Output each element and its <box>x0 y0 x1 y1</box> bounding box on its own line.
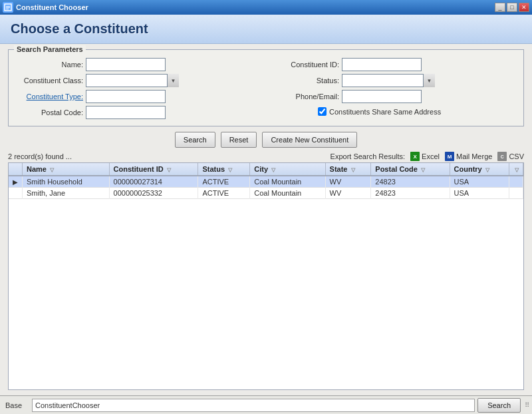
th-city[interactable]: City ▽ <box>250 163 325 176</box>
th-constituent-id-filter-icon: ▽ <box>167 167 171 173</box>
th-status[interactable]: Status ▽ <box>198 163 250 176</box>
constituent-id-label: Constituent ID: <box>273 61 339 69</box>
constituent-class-row: Constituent Class: ▼ <box>17 74 259 87</box>
th-country-filter-icon: ▽ <box>485 167 489 173</box>
row-country: USA <box>450 176 509 188</box>
maximize-button[interactable]: □ <box>507 3 517 12</box>
page-title: Choose a Constituent <box>11 21 521 37</box>
constituent-type-row: Constituent Type: <box>17 90 259 103</box>
th-constituent-id-label: Constituent ID <box>114 165 164 173</box>
constituent-type-input[interactable] <box>86 90 166 103</box>
search-params-legend: Search Parameters <box>14 45 86 53</box>
status-search-button[interactable]: Search <box>477 398 521 413</box>
th-city-label: City <box>254 165 268 173</box>
status-select[interactable] <box>342 74 435 87</box>
row-arrow <box>9 188 23 199</box>
svg-rect-1 <box>6 6 10 7</box>
search-form-grid: Name: Constituent Class: ▼ Constituent T… <box>17 58 515 119</box>
table-row[interactable]: Smith, Jane 000000025332 ACTIVE Coal Mou… <box>9 188 523 199</box>
table-body: ▶ Smith Household 000000027314 ACTIVE Co… <box>9 176 523 199</box>
postal-code-input[interactable] <box>86 106 166 119</box>
phone-email-label: Phone/Email: <box>273 93 339 101</box>
form-left-col: Name: Constituent Class: ▼ Constituent T… <box>17 58 259 119</box>
row-extra <box>509 176 523 188</box>
name-input[interactable] <box>86 58 166 71</box>
th-country[interactable]: Country ▽ <box>450 163 509 176</box>
row-state: WV <box>325 176 371 188</box>
name-label: Name: <box>17 61 83 69</box>
phone-email-input[interactable] <box>342 90 422 103</box>
export-mail-merge-button[interactable]: M Mail Merge <box>445 152 492 161</box>
th-extra-filter-icon: ▽ <box>515 167 519 173</box>
results-count: 2 record(s) found ... <box>8 152 72 160</box>
window-controls: _ □ ✕ <box>495 3 529 12</box>
results-table: Name ▽ Constituent ID ▽ Status ▽ City <box>9 163 523 199</box>
title-bar: Constituent Chooser _ □ ✕ <box>0 0 532 15</box>
form-right-col: Constituent ID: Status: ▼ Phone/Email: <box>273 58 515 119</box>
row-country: USA <box>450 188 509 199</box>
th-state[interactable]: State ▽ <box>325 163 371 176</box>
minimize-button[interactable]: _ <box>495 3 505 12</box>
status-row: Status: ▼ <box>273 74 515 87</box>
row-status: ACTIVE <box>198 188 250 199</box>
svg-rect-3 <box>6 9 9 9</box>
th-constituent-id[interactable]: Constituent ID ▽ <box>109 163 198 176</box>
close-button[interactable]: ✕ <box>519 3 529 12</box>
th-extra-filter[interactable]: ▽ <box>509 163 523 176</box>
row-postal-code: 24823 <box>371 176 450 188</box>
csv-icon: C <box>497 152 507 161</box>
constituent-id-row: Constituent ID: <box>273 58 515 71</box>
svg-rect-2 <box>6 7 10 8</box>
create-new-constituent-button[interactable]: Create New Constituent <box>262 132 357 148</box>
table-header: Name ▽ Constituent ID ▽ Status ▽ City <box>9 163 523 176</box>
row-state: WV <box>325 188 371 199</box>
th-state-label: State <box>330 165 348 173</box>
share-address-row: Constituents Share Same Address <box>318 107 515 116</box>
th-name-label: Name <box>27 165 47 173</box>
share-address-label: Constituents Share Same Address <box>329 108 441 116</box>
status-path-text: ConstituentChooser <box>35 401 100 409</box>
status-select-wrap: ▼ <box>342 74 435 87</box>
constituent-id-input[interactable] <box>342 58 422 71</box>
window-header: Choose a Constituent <box>0 15 532 44</box>
postal-code-label: Postal Code: <box>17 108 83 116</box>
status-base-label: Base <box>3 401 29 409</box>
table-header-row: Name ▽ Constituent ID ▽ Status ▽ City <box>9 163 523 176</box>
row-constituent-id: 000000027314 <box>109 176 198 188</box>
th-name[interactable]: Name ▽ <box>23 163 110 176</box>
search-parameters-group: Search Parameters Name: Constituent Clas… <box>8 49 524 126</box>
th-state-filter-icon: ▽ <box>351 167 355 173</box>
row-extra <box>509 188 523 199</box>
export-csv-button[interactable]: C CSV <box>497 152 524 161</box>
name-row: Name: <box>17 58 259 71</box>
row-postal-code: 24823 <box>371 188 450 199</box>
window-content: Choose a Constituent Search Parameters N… <box>0 15 532 414</box>
share-address-checkbox[interactable] <box>318 107 327 116</box>
row-name: Smith Household <box>23 176 110 188</box>
th-status-filter-icon: ▽ <box>228 167 232 173</box>
constituent-type-label[interactable]: Constituent Type: <box>17 93 83 101</box>
constituent-class-select[interactable] <box>86 74 179 87</box>
excel-icon: X <box>410 152 420 161</box>
th-arrow[interactable] <box>9 163 23 176</box>
results-table-wrap: Name ▽ Constituent ID ▽ Status ▽ City <box>8 162 524 390</box>
row-city: Coal Mountain <box>250 188 325 199</box>
table-row[interactable]: ▶ Smith Household 000000027314 ACTIVE Co… <box>9 176 523 188</box>
phone-email-row: Phone/Email: <box>273 90 515 103</box>
row-constituent-id: 000000025332 <box>109 188 198 199</box>
status-path: ConstituentChooser <box>32 399 475 412</box>
reset-button[interactable]: Reset <box>221 132 257 148</box>
export-excel-button[interactable]: X Excel <box>410 152 440 161</box>
row-status: ACTIVE <box>198 176 250 188</box>
row-name: Smith, Jane <box>23 188 110 199</box>
status-bar: Base ConstituentChooser Search ⠿ <box>0 395 532 414</box>
export-label: Export Search Results: <box>331 152 406 160</box>
status-grip: ⠿ <box>523 401 529 409</box>
th-name-filter-icon: ▽ <box>50 167 54 173</box>
th-postal-code[interactable]: Postal Code ▽ <box>371 163 450 176</box>
window-title: Constituent Chooser <box>16 3 495 11</box>
th-status-label: Status <box>202 165 225 173</box>
search-button[interactable]: Search <box>175 132 215 148</box>
constituent-class-label: Constituent Class: <box>17 77 83 85</box>
constituent-class-select-wrap: ▼ <box>86 74 179 87</box>
